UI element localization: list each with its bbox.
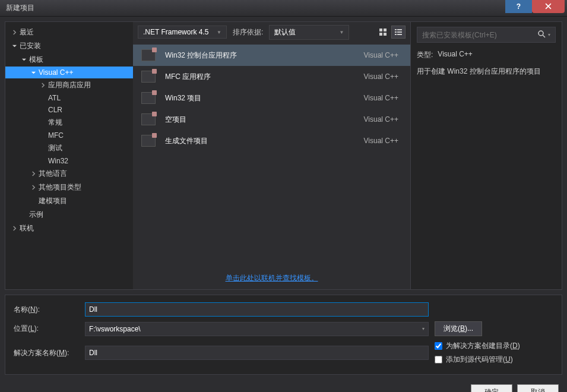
empty-icon [140,112,157,127]
chevron-down-icon [10,42,18,50]
tree-label: 最近 [20,27,34,37]
solution-label: 解决方案名称(M): [14,348,79,358]
location-combo[interactable]: F:\vsworkspace\ ▾ [85,322,429,336]
template-item[interactable]: 生成文件项目 Visual C++ [133,130,410,151]
ok-button[interactable]: 确定 [471,384,512,392]
svg-line-11 [543,35,545,37]
create-dir-checkbox[interactable]: 为解决方案创建目录(D) [435,341,553,351]
tree-label: 常规 [48,118,62,128]
template-name: 生成文件项目 [165,136,356,146]
list-icon [394,28,403,36]
framework-dropdown[interactable]: .NET Framework 4.5 ▼ [138,26,227,39]
tree-other-proj[interactable]: 其他项目类型 [5,181,133,194]
tree-general[interactable]: 常规 [5,116,133,129]
tree-label: 已安装 [20,41,41,51]
location-label: 位置(L): [14,324,79,334]
template-lang: Visual C++ [364,115,398,124]
svg-rect-7 [397,31,402,33]
tree-label: 测试 [48,143,62,153]
svg-rect-3 [384,33,387,36]
tree-label: 建模项目 [39,196,67,206]
tree-label: 应用商店应用 [48,80,91,90]
browse-button[interactable]: 浏览(B)... [435,321,482,336]
source-control-checkbox[interactable]: 添加到源代码管理(U) [435,355,553,365]
tree-store[interactable]: 应用商店应用 [5,78,133,92]
tree-label: 示例 [29,210,43,220]
tree-test[interactable]: 测试 [5,141,133,155]
dropdown-value: .NET Framework 4.5 [143,28,208,36]
checkbox-input[interactable] [435,356,442,363]
template-item[interactable]: Win32 控制台应用程序 Visual C++ [133,45,410,66]
tree-modeling[interactable]: 建模项目 [5,194,133,208]
tree-sample[interactable]: 示例 [5,208,133,222]
tree-clr[interactable]: CLR [5,104,133,116]
svg-rect-8 [395,34,397,35]
win32-icon [140,91,157,105]
chevron-right-icon [10,225,18,233]
tree-label: MFC [48,131,64,140]
view-list-button[interactable] [391,26,406,39]
online-search-link: 单击此处以联机并查找模板。 [133,267,410,289]
chevron-down-icon [29,68,37,77]
close-icon [545,3,552,10]
tree-label: 联机 [20,223,34,233]
type-value: Visual C++ [438,50,472,60]
titlebar: 新建项目 ? [0,0,567,17]
online-link[interactable]: 单击此处以联机并查找模板。 [226,274,318,282]
center-column: .NET Framework 4.5 ▼ 排序依据: 默认值 ▼ Win32 控… [133,22,410,289]
search-box[interactable]: ▾ [417,27,556,43]
tree-mfc[interactable]: MFC [5,129,133,141]
grid-icon [379,28,387,36]
chevron-right-icon [29,184,37,192]
template-name: Win32 控制台应用程序 [165,50,356,61]
template-name: MFC 应用程序 [165,72,356,82]
help-button[interactable]: ? [505,0,532,13]
checkbox-input[interactable] [435,342,442,350]
tree-other-lang[interactable]: 其他语言 [5,167,133,181]
template-item[interactable]: 空项目 Visual C++ [133,109,410,130]
tree-vcpp[interactable]: Visual C++ [5,67,133,78]
tree-recent[interactable]: 最近 [5,26,133,39]
search-input[interactable] [422,31,537,39]
name-label: 名称(N): [14,305,79,315]
svg-rect-9 [397,34,402,35]
tree-templates[interactable]: 模板 [5,53,133,67]
template-item[interactable]: MFC 应用程序 Visual C++ [133,66,410,87]
tree-online[interactable]: 联机 [5,222,133,235]
tree-label: Win32 [48,157,68,165]
svg-rect-4 [395,29,397,30]
svg-point-10 [539,31,543,36]
template-item[interactable]: Win32 项目 Visual C++ [133,87,410,109]
chevron-down-icon: ▾ [548,32,550,37]
chevron-down-icon [20,56,28,64]
solution-input[interactable] [85,346,429,360]
solution-row: 解决方案名称(M): 为解决方案创建目录(D) 添加到源代码管理(U) [14,341,553,365]
cancel-button[interactable]: 取消 [517,384,559,392]
template-name: Win32 项目 [165,93,356,103]
makefile-icon [140,134,157,148]
main-area: 最近 已安装 模板 Visual C++ 应用商店应用 ATL CLR 常规 M… [5,21,562,290]
template-lang: Visual C++ [364,51,398,59]
close-button[interactable] [532,0,565,13]
checkbox-label: 为解决方案创建目录(D) [446,341,520,351]
search-icon [537,30,546,40]
tree-win32[interactable]: Win32 [5,155,133,167]
sort-dropdown[interactable]: 默认值 ▼ [269,25,349,40]
tree-label: CLR [48,106,62,114]
checkbox-label: 添加到源代码管理(U) [446,355,513,365]
view-grid-button[interactable] [376,26,390,39]
location-row: 位置(L): F:\vsworkspace\ ▾ 浏览(B)... [14,321,553,336]
tree-label: 其他语言 [39,169,67,179]
name-input[interactable] [85,302,429,317]
svg-rect-6 [395,31,397,33]
type-row: 类型: Visual C++ [417,50,556,60]
location-value: F:\vsworkspace\ [89,325,141,333]
template-list: Win32 控制台应用程序 Visual C++ MFC 应用程序 Visual… [133,42,410,267]
mfc-icon [140,69,157,84]
window-title: 新建项目 [6,3,34,13]
description: 用于创建 Win32 控制台应用程序的项目 [417,66,556,77]
tree-atl[interactable]: ATL [5,92,133,104]
sidebar: 最近 已安装 模板 Visual C++ 应用商店应用 ATL CLR 常规 M… [5,22,133,289]
tree-installed[interactable]: 已安装 [5,39,133,53]
console-icon [140,48,157,62]
